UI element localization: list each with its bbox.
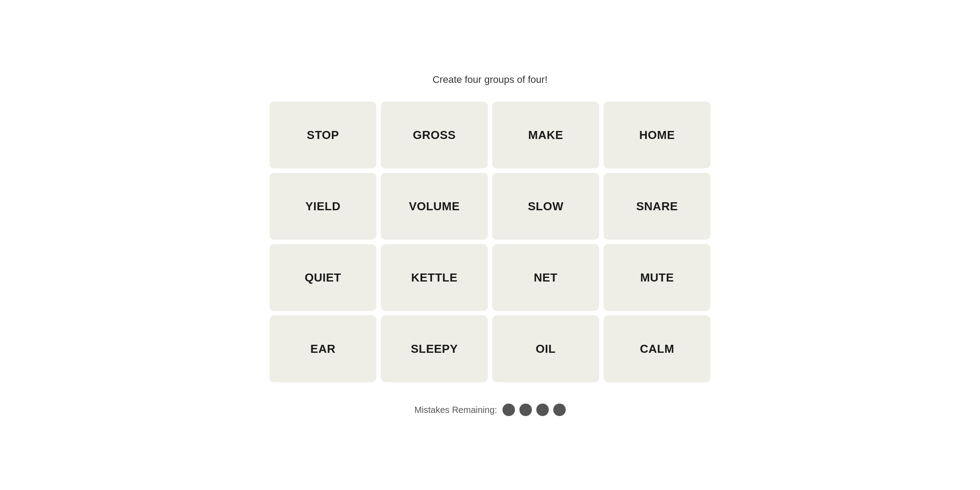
tile-calm[interactable]: CALM (604, 315, 710, 382)
tile-volume[interactable]: VOLUME (381, 173, 488, 240)
tile-mute-label: MUTE (640, 271, 674, 285)
tile-gross-label: GROSS (413, 128, 456, 142)
tile-stop[interactable]: STOP (270, 102, 376, 168)
mistake-dot-1 (502, 404, 515, 416)
tile-gross[interactable]: GROSS (381, 102, 488, 168)
tile-calm-label: CALM (640, 342, 674, 356)
word-grid: STOPGROSSMAKEHOMEYIELDVOLUMESLOWSNAREQUI… (270, 102, 710, 382)
tile-slow[interactable]: SLOW (492, 173, 599, 240)
mistakes-label: Mistakes Remaining: (414, 405, 497, 415)
tile-oil-label: OIL (536, 342, 556, 356)
tile-make[interactable]: MAKE (492, 102, 599, 168)
tile-mute[interactable]: MUTE (604, 244, 710, 311)
tile-slow-label: SLOW (528, 200, 564, 213)
mistake-dot-2 (519, 404, 532, 416)
tile-net[interactable]: NET (492, 244, 599, 311)
tile-net-label: NET (534, 271, 558, 285)
tile-yield[interactable]: YIELD (270, 173, 376, 240)
game-subtitle: Create four groups of four! (433, 74, 547, 86)
mistakes-row: Mistakes Remaining: (414, 404, 566, 416)
tile-sleepy-label: SLEEPY (411, 342, 458, 356)
tile-stop-label: STOP (307, 128, 339, 142)
tile-quiet-label: QUIET (305, 271, 341, 285)
tile-kettle-label: KETTLE (411, 271, 457, 285)
tile-yield-label: YIELD (305, 200, 340, 213)
tile-kettle[interactable]: KETTLE (381, 244, 488, 311)
tile-snare[interactable]: SNARE (604, 173, 710, 240)
tile-make-label: MAKE (528, 128, 564, 142)
tile-ear[interactable]: EAR (270, 315, 376, 382)
mistakes-dots (502, 404, 566, 416)
tile-quiet[interactable]: QUIET (270, 244, 376, 311)
tile-home[interactable]: HOME (604, 102, 710, 168)
tile-oil[interactable]: OIL (492, 315, 599, 382)
tile-volume-label: VOLUME (409, 200, 460, 213)
tile-home-label: HOME (639, 128, 675, 142)
mistake-dot-4 (553, 404, 566, 416)
tile-sleepy[interactable]: SLEEPY (381, 315, 488, 382)
tile-ear-label: EAR (310, 342, 335, 356)
tile-snare-label: SNARE (636, 200, 678, 213)
mistake-dot-3 (536, 404, 549, 416)
